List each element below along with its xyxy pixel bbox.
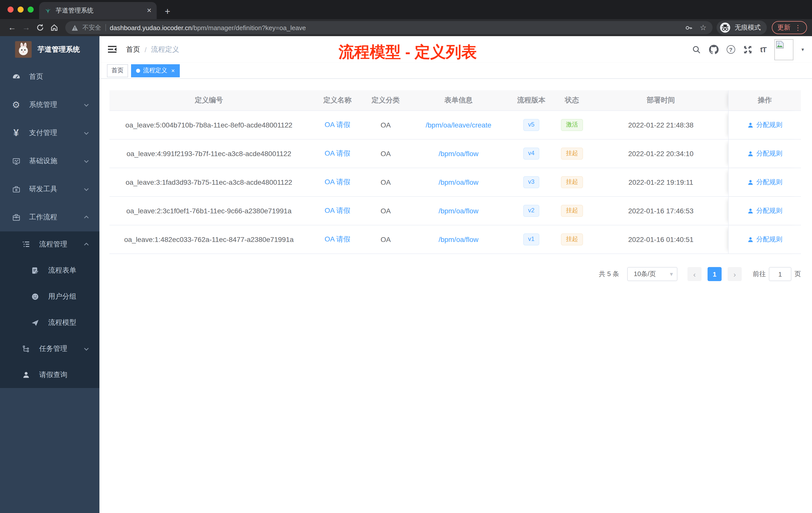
select-caret-icon: ▾ <box>670 271 673 278</box>
tag-process-definition[interactable]: 流程定义 × <box>131 64 180 77</box>
security-label[interactable]: 不安全 <box>82 23 101 32</box>
assign-rule-button[interactable]: 分配规则 <box>747 206 782 215</box>
page-size-value: 10条/页 <box>634 270 670 279</box>
cell-definition-id: oa_leave:5:004b710b-7b8a-11ec-8ef0-acde4… <box>110 111 308 139</box>
sidebar-item-workflow[interactable]: 工作流程 <box>0 203 99 232</box>
paper-plane-icon <box>29 319 41 327</box>
screen: 芋道管理系统 ✕ + ← → 不安全 <box>0 0 812 513</box>
avatar-caret-down-icon[interactable]: ▾ <box>802 47 804 52</box>
cell-category: OA <box>367 140 405 168</box>
reload-button[interactable] <box>33 24 47 32</box>
search-icon[interactable] <box>692 45 701 54</box>
sidebar-item-process-model[interactable]: 流程模型 <box>0 310 99 336</box>
browser-toolbar: ← → 不安全 dashboard.yudao.iocoder. <box>0 19 812 36</box>
table-row: oa_leave:4:991f2193-7b7f-11ec-a3c8-acde4… <box>110 140 801 168</box>
definition-name-link[interactable]: OA 请假 <box>325 178 350 187</box>
security-warning-icon <box>71 24 78 31</box>
sidebar-item-leave-query[interactable]: 请假查询 <box>0 362 99 388</box>
col-header-status: 状态 <box>550 90 593 111</box>
assign-rule-button[interactable]: 分配规则 <box>747 149 782 158</box>
status-badge: 挂起 <box>561 233 583 245</box>
sidebar-item-label: 首页 <box>29 72 43 81</box>
sidebar-item-dev-tools[interactable]: 研发工具 <box>0 175 99 203</box>
next-page-button[interactable]: › <box>728 267 742 281</box>
chevron-up-icon <box>83 241 89 247</box>
bookmark-star-icon[interactable]: ☆ <box>700 23 706 32</box>
tags-bar: 首页 流程定义 × <box>99 63 812 79</box>
browser-tab[interactable]: 芋道管理系统 ✕ <box>39 2 157 19</box>
help-icon[interactable]: ? <box>727 45 735 54</box>
assign-rule-button[interactable]: 分配规则 <box>747 235 782 244</box>
sidebar-item-home[interactable]: 首页 <box>0 63 99 91</box>
sidebar-item-process-form[interactable]: 流程表单 <box>0 258 99 283</box>
sidebar-item-user-group[interactable]: 用户分组 <box>0 283 99 310</box>
col-header-form: 表单信息 <box>405 90 512 111</box>
face-icon <box>29 293 41 301</box>
form-link[interactable]: /bpm/oa/flow <box>439 207 478 215</box>
definition-name-link[interactable]: OA 请假 <box>325 206 350 215</box>
table-row: oa_leave:3:1fad3d93-7b75-11ec-a3c8-acde4… <box>110 168 801 197</box>
sidebar-menu: 首页 ⚙ 系统管理 ¥ 支付管理 <box>0 63 99 388</box>
minimize-window-button[interactable] <box>18 6 24 12</box>
sidebar-item-process-management[interactable]: 流程管理 <box>0 232 99 258</box>
github-icon[interactable] <box>709 45 719 54</box>
zoom-window-button[interactable] <box>28 6 34 12</box>
sidebar-logo-row: 芋道管理系统 <box>0 36 99 63</box>
version-badge: v4 <box>523 148 539 159</box>
definition-name-link[interactable]: OA 请假 <box>325 235 350 244</box>
tag-label: 流程定义 <box>143 66 167 75</box>
back-button[interactable]: ← <box>5 23 19 32</box>
cell-category: OA <box>367 197 405 225</box>
page-size-select[interactable]: 10条/页 ▾ <box>627 267 677 281</box>
form-link[interactable]: /bpm/oa/flow <box>439 150 478 158</box>
sidebar-item-payment[interactable]: ¥ 支付管理 <box>0 119 99 147</box>
cell-definition-id: oa_leave:4:991f2193-7b7f-11ec-a3c8-acde4… <box>110 140 308 168</box>
cell-deploy-time: 2022-01-16 01:40:51 <box>593 225 728 253</box>
breadcrumb-home[interactable]: 首页 <box>126 45 140 54</box>
goto-page-input[interactable]: 1 <box>769 267 791 281</box>
url-domain: dashboard.yudao.iocoder.cn <box>110 24 192 31</box>
sidebar-item-label: 工作流程 <box>29 213 57 222</box>
col-header-id: 定义编号 <box>110 90 308 111</box>
breadcrumb: 首页 / 流程定义 <box>126 45 179 54</box>
sidebar-item-task-management[interactable]: 任务管理 <box>0 336 99 362</box>
close-window-button[interactable] <box>7 6 13 12</box>
prev-page-button[interactable]: ‹ <box>688 267 701 281</box>
assign-rule-button[interactable]: 分配规则 <box>747 120 782 129</box>
update-label: 更新 <box>777 23 790 32</box>
definition-name-link[interactable]: OA 请假 <box>325 120 350 129</box>
cell-definition-id: oa_leave:1:482ec033-762a-11ec-8477-a2380… <box>110 225 308 253</box>
avatar-broken-image[interactable] <box>774 39 793 60</box>
version-badge: v1 <box>523 233 539 245</box>
tag-close-icon[interactable]: × <box>171 67 175 74</box>
person-icon <box>20 371 32 379</box>
sidebar-item-system[interactable]: ⚙ 系统管理 <box>0 91 99 119</box>
browser-menu-dots-icon[interactable]: ⋮ <box>794 24 802 32</box>
app-logo-rabbit <box>15 41 32 58</box>
tag-home[interactable]: 首页 <box>107 64 128 77</box>
app-title: 芋道管理系统 <box>38 45 80 54</box>
browser-update-button[interactable]: 更新 ⋮ <box>772 21 807 34</box>
font-size-icon[interactable]: tT <box>760 45 766 54</box>
definition-name-link[interactable]: OA 请假 <box>325 149 350 158</box>
chevron-up-icon <box>83 214 89 220</box>
current-page-button[interactable]: 1 <box>707 267 722 281</box>
url-text[interactable]: dashboard.yudao.iocoder.cn/bpm/manager/d… <box>110 24 680 31</box>
breadcrumb-separator: / <box>145 46 147 54</box>
tab-close-icon[interactable]: ✕ <box>147 7 152 14</box>
cell-definition-id: oa_leave:2:3c1f0ef1-76b1-11ec-9c66-a2380… <box>110 197 308 225</box>
password-key-icon[interactable] <box>684 23 693 32</box>
home-button[interactable] <box>47 24 61 32</box>
forward-button[interactable]: → <box>19 23 33 32</box>
new-tab-button[interactable]: + <box>165 6 170 16</box>
chevron-down-icon <box>83 158 89 164</box>
form-link[interactable]: /bpm/oa/flow <box>439 235 478 243</box>
assign-rule-button[interactable]: 分配规则 <box>747 178 782 187</box>
sidebar-item-infrastructure[interactable]: 基础设施 <box>0 147 99 175</box>
hamburger-collapse-icon[interactable] <box>108 45 117 54</box>
form-link[interactable]: /bpm/oa/flow <box>439 178 478 186</box>
form-link[interactable]: /bpm/oa/leave/create <box>426 121 491 129</box>
fullscreen-icon[interactable] <box>743 45 752 54</box>
active-dot-icon <box>136 68 140 72</box>
address-bar[interactable]: 不安全 dashboard.yudao.iocoder.cn/bpm/manag… <box>65 21 713 34</box>
